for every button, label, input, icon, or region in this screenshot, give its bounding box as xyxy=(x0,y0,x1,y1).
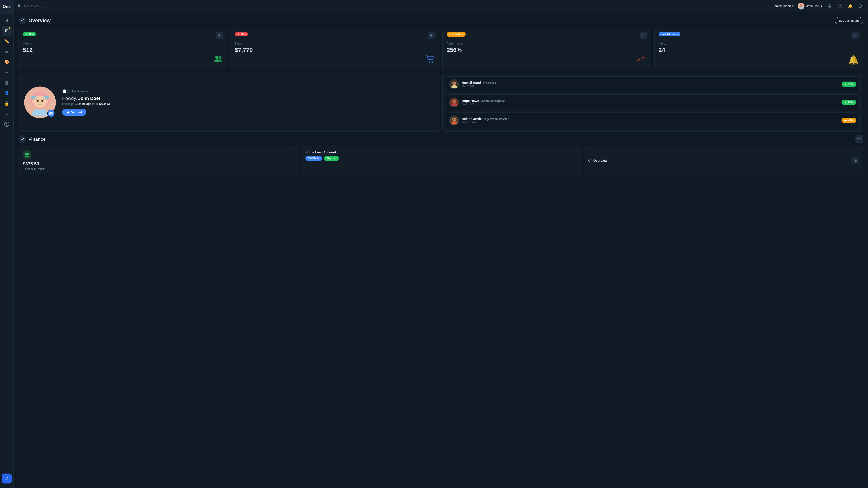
profile-name: John Doe! xyxy=(78,96,100,101)
down-arrow-icon: ▼ xyxy=(237,33,240,35)
overview-panel-gear[interactable]: ⚙ xyxy=(852,157,859,164)
user-menu[interactable]: John Doe ▾ xyxy=(798,3,822,9)
bell-icon[interactable]: 🔔 xyxy=(847,3,854,9)
toggle-knob xyxy=(63,90,66,93)
notifications-row: Notifications xyxy=(62,89,434,94)
loan-account: 45731474 xyxy=(305,156,322,161)
svg-point-8 xyxy=(215,56,218,59)
sidebar-item-lock[interactable]: 🔒 xyxy=(2,98,12,108)
svg-point-25 xyxy=(67,111,70,114)
barcode-icon: ▦ xyxy=(5,80,8,85)
performance-gear-button[interactable]: ⚙ xyxy=(640,32,647,39)
finance-menu-button[interactable] xyxy=(855,135,863,143)
sidebar-item-barcode[interactable]: ▦ xyxy=(2,78,12,88)
chevron-down-icon: ▾ xyxy=(792,4,794,8)
clients-badge: ▲ 12% xyxy=(23,32,36,36)
topbar: 🔍 ☰ Sample menu ▾ John Doe ▾ xyxy=(13,0,868,12)
mic-off-icon[interactable] xyxy=(827,3,833,9)
contact-name-0: Howell Hand @percy64 xyxy=(462,81,839,85)
sidebar-item-monitor[interactable]: 🖥 xyxy=(2,15,12,25)
svg-point-16 xyxy=(34,96,46,108)
contact-info-1: Hope Howe @dare.concepcion Dec 1, 2021 xyxy=(462,99,839,106)
contact-avatar-1 xyxy=(449,97,459,107)
clients-label: Clients xyxy=(23,42,223,45)
svg-point-22 xyxy=(32,109,48,116)
performance-value: 256% xyxy=(447,46,647,54)
sample-menu-label: Sample menu xyxy=(773,4,791,8)
stat-card-top-performance: ⚠ Overflow ⚙ xyxy=(447,32,647,39)
logout-icon[interactable] xyxy=(858,3,864,9)
contact-name-2: Nelson Jerde @geovanni.kessler xyxy=(462,117,839,121)
svg-point-12 xyxy=(429,61,430,63)
list-icon: ☰ xyxy=(5,49,8,54)
app-name: One xyxy=(3,4,11,9)
sidebar-item-palette[interactable]: 🎨 xyxy=(2,57,12,67)
verified-button[interactable]: Verified xyxy=(62,109,86,116)
svg-point-17 xyxy=(37,100,39,102)
sidebar: One 🖥 ⊞ ✏️ ☰ 🎨 ✦ ▦ 👤 🔒 ≡ xyxy=(0,0,13,488)
sidebar-item-magic[interactable]: ✦ xyxy=(2,67,12,77)
clients-bottom xyxy=(23,55,223,64)
sidebar-item-items[interactable]: ≡ xyxy=(2,109,12,119)
buy-dashboard-button[interactable]: Buy dashboard xyxy=(835,17,863,24)
contact-badge-0: ▲ 70% xyxy=(842,82,856,87)
alerts-gear-button[interactable]: ⚙ xyxy=(851,32,859,39)
sidebar-item-edit[interactable]: ✏️ xyxy=(2,36,12,46)
svg-point-41 xyxy=(455,119,456,120)
sidebar-item-person[interactable]: 👤 xyxy=(2,88,12,98)
sales-badge: ▼ 12% xyxy=(235,32,248,36)
svg-point-13 xyxy=(432,61,433,63)
app-logo[interactable]: One xyxy=(0,0,13,13)
finance-card-main: $375.53 3 Lorem in Transit xyxy=(19,146,298,175)
overview-panel: Overview ⚙ xyxy=(584,146,863,175)
menu-lines-icon: ☰ xyxy=(769,4,771,8)
clients-icon xyxy=(214,55,223,64)
bell-large-icon: 🔔 xyxy=(848,55,859,65)
contact-row-2: Nelson Jerde @geovanni.kessler May 18, 2… xyxy=(446,112,860,128)
sales-bottom xyxy=(235,55,435,65)
deposit-button[interactable]: Deposit xyxy=(324,156,339,161)
svg-point-20 xyxy=(32,100,34,103)
contact-name-1: Hope Howe @dare.concepcion xyxy=(462,99,839,103)
svg-point-35 xyxy=(453,101,454,102)
profile-greeting: Howdy, John Doe! xyxy=(62,96,434,101)
sidebar-item-dashboard[interactable]: ⊞ xyxy=(2,26,12,36)
sales-gear-button[interactable]: ⚙ xyxy=(428,32,435,39)
finance-row: $375.53 3 Lorem in Transit Home Loan Acc… xyxy=(19,146,863,175)
sidebar-item-help[interactable]: ? xyxy=(2,119,12,129)
items-icon: ≡ xyxy=(5,111,8,116)
middle-row: Notifications Howdy, John Doe! Last logi… xyxy=(19,73,863,132)
contact-info-2: Nelson Jerde @geovanni.kessler May 18, 2… xyxy=(462,117,839,124)
overview-title: Overview xyxy=(29,18,51,24)
contact-row-0: Howell Hand @percy64 Mar 3, 2021 ▲ 70% xyxy=(446,76,860,92)
alerts-value: 24 xyxy=(659,46,859,54)
performance-bottom xyxy=(447,55,647,64)
monitor-icon: 🖥 xyxy=(5,18,9,23)
camera-button[interactable] xyxy=(47,109,55,117)
finance-card-icon xyxy=(23,151,31,159)
notifications-toggle[interactable] xyxy=(62,89,70,94)
svg-rect-45 xyxy=(25,154,29,156)
clients-gear-button[interactable]: ⚙ xyxy=(216,32,223,39)
contact-date-2: May 18, 2021 xyxy=(462,121,839,124)
finance-sub: 3 Lorem in Transit xyxy=(23,167,293,170)
topbar-right: ☰ Sample menu ▾ John Doe ▾ xyxy=(769,3,864,9)
search-icon: 🔍 xyxy=(18,4,22,8)
contact-date-0: Mar 3, 2021 xyxy=(462,85,839,88)
sidebar-cta-button[interactable]: ? xyxy=(2,474,12,484)
finance-card-loan: Home Loan Account 45731474 Deposit xyxy=(301,146,581,175)
help-icon[interactable]: ? xyxy=(837,3,843,9)
stat-card-performance: ⚠ Overflow ⚙ Performance 256% xyxy=(442,28,651,69)
notifications-label: Notifications xyxy=(72,90,88,93)
cart-icon xyxy=(426,55,435,65)
content-area: Overview Buy dashboard ▲ 12% ⚙ Clients 5… xyxy=(13,12,868,488)
finance-amount: $375.53 xyxy=(23,161,293,166)
sample-menu[interactable]: ☰ Sample menu ▾ xyxy=(769,4,794,8)
search-input[interactable] xyxy=(24,4,101,8)
person-icon: 👤 xyxy=(4,91,9,96)
stat-card-sales: ▼ 12% ⚙ Sales $7,770 xyxy=(230,28,439,69)
overview-header: Overview Buy dashboard xyxy=(19,17,863,24)
performance-badge: ⚠ Overflow xyxy=(447,32,466,37)
sidebar-item-list[interactable]: ☰ xyxy=(2,46,12,57)
contact-date-1: Dec 1, 2021 xyxy=(462,103,839,106)
